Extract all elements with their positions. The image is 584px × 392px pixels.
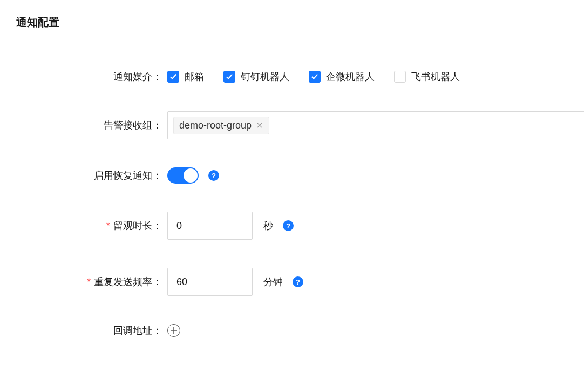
row-repeat: *重复发送频率： 分钟 ? — [0, 268, 584, 296]
row-observe: *留观时长： 秒 ? — [0, 212, 584, 240]
label-repeat-text: 重复发送频率： — [94, 276, 162, 287]
add-icon[interactable] — [167, 324, 180, 337]
checkbox-box — [309, 71, 321, 83]
repeat-input[interactable] — [167, 268, 253, 296]
check-icon — [311, 73, 318, 80]
check-icon — [169, 73, 177, 80]
label-observe: *留观时长： — [0, 219, 167, 232]
row-group: 告警接收组： demo-root-group — [0, 111, 584, 139]
checkbox-feishu[interactable]: 飞书机器人 — [394, 70, 460, 83]
observe-content: 秒 ? — [167, 212, 584, 240]
checkbox-email[interactable]: 邮箱 — [167, 70, 204, 83]
checkbox-box — [394, 71, 406, 83]
repeat-content: 分钟 ? — [167, 268, 584, 296]
checkbox-label: 企微机器人 — [326, 70, 375, 83]
checkbox-label: 飞书机器人 — [411, 70, 460, 83]
media-checkbox-group: 邮箱 钉钉机器人 企微机器人 飞书机器人 — [167, 70, 584, 83]
checkbox-label: 钉钉机器人 — [241, 70, 289, 83]
required-mark: * — [106, 220, 110, 231]
label-group: 告警接收组： — [0, 119, 167, 132]
recovery-content: ? — [167, 167, 584, 184]
callback-content — [167, 324, 584, 337]
help-icon[interactable]: ? — [283, 220, 294, 231]
help-icon[interactable]: ? — [293, 276, 303, 287]
checkbox-dingtalk[interactable]: 钉钉机器人 — [223, 70, 289, 83]
check-icon — [226, 73, 233, 80]
help-icon[interactable]: ? — [208, 170, 219, 181]
checkbox-label: 邮箱 — [185, 70, 204, 83]
page-title: 通知配置 — [0, 0, 584, 43]
label-observe-text: 留观时长： — [113, 220, 162, 231]
group-tag-label: demo-root-group — [179, 120, 252, 131]
observe-input[interactable] — [167, 212, 253, 240]
required-mark: * — [87, 276, 91, 287]
recovery-switch[interactable] — [167, 167, 199, 184]
row-recovery: 启用恢复通知： ? — [0, 167, 584, 184]
checkbox-box — [167, 71, 179, 83]
form: 通知媒介： 邮箱 钉钉机器人 企微机器人 — [0, 43, 584, 337]
label-recovery: 启用恢复通知： — [0, 169, 167, 182]
repeat-unit: 分钟 — [263, 275, 283, 288]
switch-handle — [184, 168, 198, 183]
row-media: 通知媒介： 邮箱 钉钉机器人 企微机器人 — [0, 70, 584, 83]
group-content: demo-root-group — [167, 111, 584, 139]
checkbox-box — [223, 71, 235, 83]
group-select[interactable]: demo-root-group — [167, 111, 584, 139]
observe-unit: 秒 — [263, 219, 273, 232]
label-repeat: *重复发送频率： — [0, 275, 167, 288]
checkbox-wecom[interactable]: 企微机器人 — [309, 70, 375, 83]
label-callback: 回调地址： — [0, 324, 167, 337]
close-icon[interactable] — [256, 121, 263, 129]
row-callback: 回调地址： — [0, 324, 584, 337]
group-tag: demo-root-group — [173, 117, 269, 134]
label-media: 通知媒介： — [0, 70, 167, 83]
